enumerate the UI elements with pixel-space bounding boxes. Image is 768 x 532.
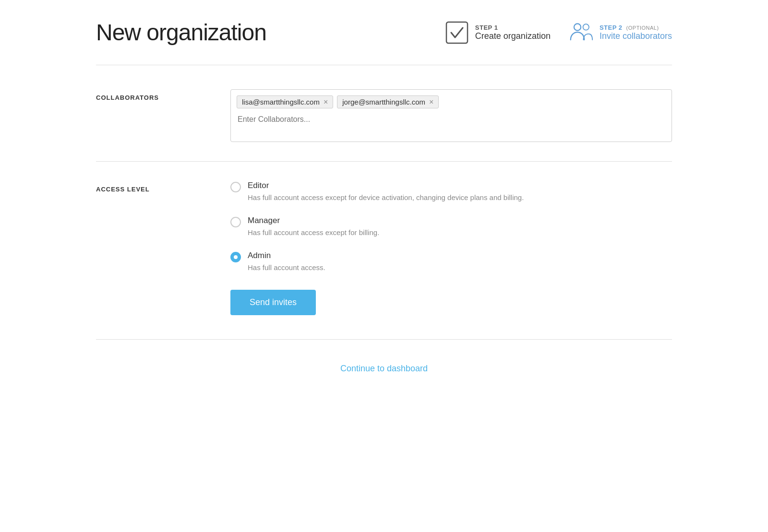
- page-header: New organization STEP 1 Create organizat…: [96, 19, 672, 46]
- radio-editor[interactable]: [230, 182, 241, 192]
- collaborators-input[interactable]: [237, 113, 666, 126]
- radio-manager-desc: Has full account access except for billi…: [248, 227, 379, 237]
- step1-info: STEP 1 Create organization: [475, 24, 551, 41]
- footer: Continue to dashboard: [96, 344, 672, 393]
- radio-manager[interactable]: [230, 217, 241, 227]
- page-title: New organization: [96, 19, 266, 46]
- tag-remove-1[interactable]: ×: [324, 98, 328, 106]
- tag-email-2: jorge@smartthingsllc.com: [342, 98, 425, 106]
- radio-editor-label: Editor: [248, 181, 524, 190]
- radio-option-admin: Admin Has full account access.: [230, 251, 672, 272]
- radio-admin[interactable]: [230, 252, 241, 262]
- tags-row: lisa@smartthingsllc.com × jorge@smartthi…: [237, 95, 666, 108]
- radio-manager-label: Manager: [248, 216, 379, 225]
- svg-point-1: [574, 24, 581, 30]
- access-level-label: ACCESS LEVEL: [96, 181, 230, 193]
- footer-divider: [96, 339, 672, 340]
- radio-editor-text: Editor Has full account access except fo…: [248, 181, 524, 202]
- collaborators-section: COLLABORATORS lisa@smartthingsllc.com × …: [96, 70, 672, 162]
- svg-point-2: [583, 24, 588, 30]
- header-divider: [96, 65, 672, 65]
- step2-info: STEP 2 (OPTIONAL) Invite collaborators: [600, 24, 672, 41]
- collaborators-label: COLLABORATORS: [96, 89, 230, 101]
- step1-name: Create organization: [475, 31, 551, 41]
- radio-option-editor: Editor Has full account access except fo…: [230, 181, 672, 202]
- continue-to-dashboard-link[interactable]: Continue to dashboard: [340, 364, 428, 373]
- collaborators-content: lisa@smartthingsllc.com × jorge@smartthi…: [230, 89, 672, 142]
- radio-admin-desc: Has full account access.: [248, 262, 325, 272]
- step2-label: STEP 2 (OPTIONAL): [600, 24, 672, 31]
- step1-label: STEP 1: [475, 24, 551, 31]
- radio-options: Editor Has full account access except fo…: [230, 181, 672, 272]
- collaborator-tag-1[interactable]: lisa@smartthingsllc.com ×: [237, 95, 333, 108]
- svg-rect-0: [446, 22, 468, 43]
- steps-container: STEP 1 Create organization: [445, 21, 672, 44]
- radio-option-manager: Manager Has full account access except f…: [230, 216, 672, 237]
- step1-check-icon: [445, 21, 468, 44]
- radio-editor-desc: Has full account access except for devic…: [248, 192, 524, 202]
- step2-name: Invite collaborators: [600, 31, 672, 41]
- tag-email-1: lisa@smartthingsllc.com: [242, 98, 320, 106]
- step-1: STEP 1 Create organization: [445, 21, 551, 44]
- tag-remove-2[interactable]: ×: [429, 98, 433, 106]
- radio-admin-label: Admin: [248, 251, 325, 260]
- collaborator-tag-2[interactable]: jorge@smartthingsllc.com ×: [337, 95, 439, 108]
- radio-manager-text: Manager Has full account access except f…: [248, 216, 379, 237]
- radio-admin-text: Admin Has full account access.: [248, 251, 325, 272]
- collaborators-box[interactable]: lisa@smartthingsllc.com × jorge@smartthi…: [230, 89, 672, 142]
- step2-collaborators-icon: [570, 21, 593, 44]
- access-level-content: Editor Has full account access except fo…: [230, 181, 672, 315]
- access-level-section: ACCESS LEVEL Editor Has full account acc…: [96, 162, 672, 334]
- send-invites-button[interactable]: Send invites: [230, 290, 316, 315]
- step-2: STEP 2 (OPTIONAL) Invite collaborators: [570, 21, 672, 44]
